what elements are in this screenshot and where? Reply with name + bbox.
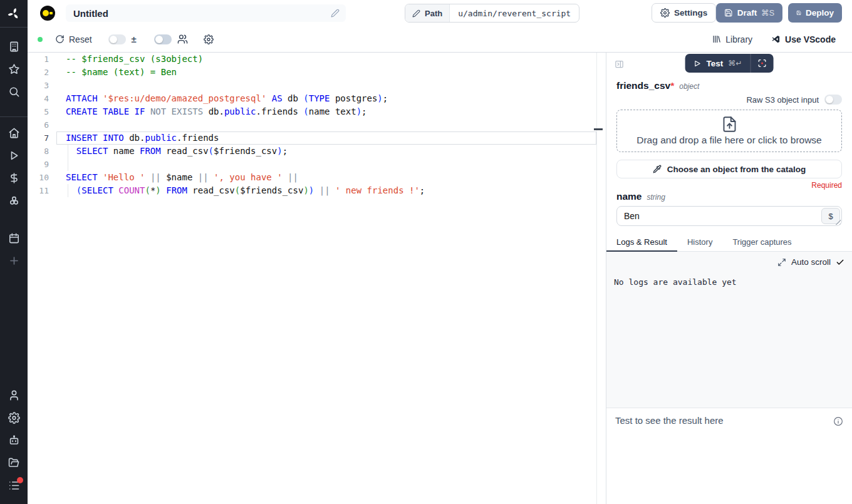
choose-object-button[interactable]: Choose an object from the catalog xyxy=(616,160,842,178)
path-control[interactable]: Path u/admin/reverent_script xyxy=(405,4,579,23)
draft-button[interactable]: Draft ⌘S xyxy=(716,3,782,23)
sidebar-item-assistants[interactable] xyxy=(0,430,28,453)
info-icon[interactable] xyxy=(833,416,843,426)
sidebar-item-runs[interactable] xyxy=(0,145,28,168)
library-button[interactable]: Library xyxy=(712,34,752,44)
favorites-icon xyxy=(8,63,20,78)
deploy-button[interactable]: Deploy xyxy=(788,3,842,23)
result-section: Test to see the result here xyxy=(606,408,852,504)
sidebar-item-folders[interactable] xyxy=(0,453,28,475)
editor-line-5: 5CREATE TABLE IF NOT EXISTS db.public.fr… xyxy=(28,105,596,118)
capture-icon xyxy=(757,58,767,68)
duckdb-language-icon xyxy=(40,6,55,21)
sidebar-item-account[interactable] xyxy=(0,385,28,408)
editor-settings-gear-icon[interactable] xyxy=(204,34,214,44)
sidebar-item-schedules[interactable] xyxy=(0,228,28,250)
line-code[interactable] xyxy=(66,79,596,92)
diff-toggle[interactable] xyxy=(108,34,126,44)
sidebar-item-workspace[interactable] xyxy=(0,36,28,59)
editor-line-8: 8 SELECT name FROM read_csv($friends_csv… xyxy=(28,145,596,158)
sidebar-item-search[interactable] xyxy=(0,81,28,104)
sidebar-item-settings[interactable] xyxy=(0,408,28,430)
sidebar-item-add[interactable] xyxy=(0,250,28,273)
notification-badge xyxy=(17,477,23,483)
raw-s3-toggle[interactable] xyxy=(824,95,842,105)
autoscroll-check-icon[interactable] xyxy=(836,258,844,267)
editor-line-9: 9 xyxy=(28,158,596,171)
editor-line-7: 7INSERT INTO db.public.friends xyxy=(28,131,596,145)
file-dropzone[interactable]: Drag and drop a file here or click to br… xyxy=(616,110,842,152)
required-star: * xyxy=(670,80,674,91)
resources-icon xyxy=(8,195,20,209)
line-code[interactable]: CREATE TABLE IF NOT EXISTS db.public.fri… xyxy=(66,105,596,118)
editor-line-10: 10SELECT 'Hello ' || $name || ', you hav… xyxy=(28,171,596,184)
variables-icon xyxy=(8,172,20,187)
script-title-input[interactable] xyxy=(66,8,331,19)
variable-insert-button[interactable]: $ xyxy=(821,208,840,224)
users-icon xyxy=(177,34,188,44)
tab-logs-result[interactable]: Logs & Result xyxy=(606,235,677,251)
line-code[interactable]: SELECT 'Hello ' || $name || ', you have … xyxy=(66,171,596,184)
name-input[interactable] xyxy=(616,206,842,226)
line-code[interactable]: -- $friends_csv (s3object) xyxy=(66,53,596,66)
editor-line-3: 3 xyxy=(28,79,596,92)
line-code[interactable] xyxy=(66,118,596,131)
collab-toggle[interactable] xyxy=(154,34,172,44)
line-code[interactable] xyxy=(66,158,596,171)
arg-name-type: string xyxy=(647,193,665,202)
overview-ruler-cursor-mark xyxy=(594,128,603,130)
edit-title-pencil-icon[interactable] xyxy=(331,9,340,18)
sidebar-divider xyxy=(0,116,28,117)
draft-shortcut: ⌘S xyxy=(761,8,774,18)
sidebar-item-variables[interactable] xyxy=(0,168,28,190)
line-number: 6 xyxy=(28,118,49,131)
raw-s3-label: Raw S3 object input xyxy=(746,95,819,105)
test-button-group: Test ⌘↵ xyxy=(685,54,774,73)
edit-path-pencil-icon xyxy=(412,9,420,18)
line-code[interactable]: ATTACH '$res:u/demo/amazed_postgresql' A… xyxy=(66,92,596,105)
schedules-icon xyxy=(8,232,20,247)
editor-line-6: 6 xyxy=(28,118,596,131)
search-icon xyxy=(8,86,20,100)
sidebar-item-home[interactable] xyxy=(0,123,28,145)
collapse-panel-icon[interactable] xyxy=(615,59,624,69)
line-number: 9 xyxy=(28,158,49,171)
app-sidebar xyxy=(0,0,28,504)
editor-line-1: 1-- $friends_csv (s3object) xyxy=(28,53,596,66)
test-shortcut: ⌘↵ xyxy=(728,59,742,68)
test-button[interactable]: Test ⌘↵ xyxy=(685,54,751,73)
logs-section: Auto scroll No logs are available yet xyxy=(606,252,852,408)
tab-trigger-captures[interactable]: Trigger captures xyxy=(722,235,801,251)
workspace-icon xyxy=(8,41,20,55)
play-icon xyxy=(694,59,702,68)
line-code[interactable]: (SELECT COUNT(*) FROM read_csv($friends_… xyxy=(66,184,596,197)
line-code[interactable]: SELECT name FROM read_csv($friends_csv); xyxy=(66,145,596,158)
logs-empty-text: No logs are available yet xyxy=(614,277,844,287)
vscode-icon xyxy=(771,34,781,44)
settings-icon xyxy=(8,412,20,426)
assistants-icon xyxy=(8,435,20,449)
sidebar-item-resources[interactable] xyxy=(0,190,28,213)
gear-icon xyxy=(660,8,670,18)
code-editor[interactable]: 1-- $friends_csv (s3object)2-- $name (te… xyxy=(28,53,606,504)
expand-logs-icon[interactable] xyxy=(777,258,786,267)
file-upload-icon xyxy=(721,116,738,133)
line-number: 3 xyxy=(28,79,49,92)
settings-button[interactable]: Settings xyxy=(652,3,716,23)
topbar: Path u/admin/reverent_script Settings Dr… xyxy=(28,0,852,26)
add-icon xyxy=(8,255,20,269)
line-code[interactable]: INSERT INTO db.public.friends xyxy=(66,131,596,145)
capture-button[interactable] xyxy=(751,54,773,73)
line-code[interactable]: -- $name (text) = Ben xyxy=(66,66,596,79)
editor-line-11: 11 (SELECT COUNT(*) FROM read_csv($frien… xyxy=(28,184,596,197)
overview-ruler xyxy=(596,53,597,504)
reset-button[interactable]: Reset xyxy=(55,34,92,44)
refresh-icon xyxy=(55,34,65,44)
sidebar-item-audit-logs[interactable] xyxy=(0,475,28,498)
sidebar-item-favorites[interactable] xyxy=(0,59,28,81)
tab-history[interactable]: History xyxy=(677,235,722,251)
autoscroll-label: Auto scroll xyxy=(791,257,831,267)
panel-tabs: Logs & ResultHistoryTrigger captures xyxy=(606,235,852,252)
use-vscode-button[interactable]: Use VScode xyxy=(771,34,836,44)
windmill-logo[interactable] xyxy=(0,0,28,28)
